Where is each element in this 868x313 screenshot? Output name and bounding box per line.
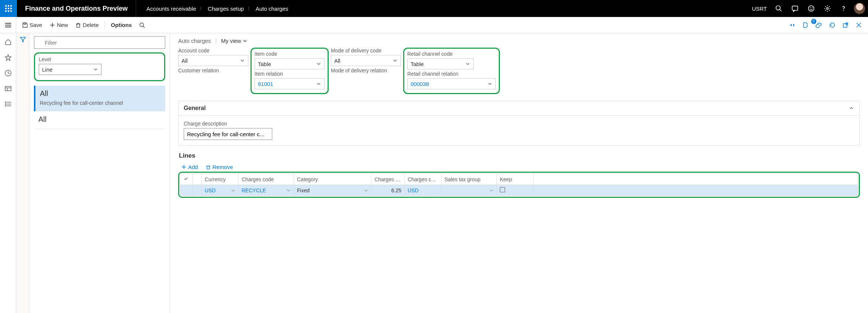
chevron-down-icon	[465, 61, 470, 66]
list-item-title: All	[38, 115, 161, 124]
item-relation-select[interactable]: 91001	[255, 78, 325, 89]
svg-rect-3	[5, 8, 7, 9]
customer-relation-value	[178, 75, 248, 86]
popout-button[interactable]	[840, 20, 851, 31]
charges-value-cell[interactable]: 6.25	[371, 185, 405, 196]
item-code-select[interactable]: Table	[255, 58, 325, 69]
keep-cell[interactable]	[497, 185, 534, 196]
feedback-button[interactable]	[804, 0, 819, 17]
paperclip-icon	[816, 22, 822, 28]
message-icon	[791, 5, 799, 12]
col-charges-value[interactable]: Charges v...	[371, 174, 405, 185]
add-line-button[interactable]: Add	[181, 164, 198, 170]
page-title: Auto charges	[178, 38, 211, 44]
category-cell[interactable]: Fixed	[294, 185, 371, 196]
user-avatar[interactable]	[854, 3, 865, 14]
customer-relation-label: Customer relation	[178, 68, 248, 73]
svg-rect-2	[10, 5, 12, 7]
delete-button[interactable]: Delete	[72, 20, 101, 30]
breadcrumb-item[interactable]: Accounts receivable	[146, 6, 196, 12]
select-all-header[interactable]	[180, 174, 193, 185]
list-item-title: All	[40, 89, 161, 98]
item-highlight: Item code Table Item relation 91001	[250, 48, 329, 94]
filter-pane-toggle[interactable]	[16, 33, 30, 313]
view-selector[interactable]: My view	[221, 38, 248, 44]
close-button[interactable]	[853, 20, 864, 31]
chevron-right-icon: 〉	[248, 6, 252, 12]
svg-point-39	[5, 102, 6, 103]
chevron-down-icon	[231, 188, 235, 193]
svg-line-27	[143, 26, 145, 28]
workspaces-button[interactable]	[4, 85, 12, 92]
settings-button[interactable]	[820, 0, 835, 17]
charges-code-cell[interactable]: RECYCLE	[239, 185, 294, 196]
nav-toggle-button[interactable]	[0, 17, 16, 33]
charge-desc-input[interactable]	[184, 128, 272, 140]
remove-line-button[interactable]: Remove	[205, 164, 233, 170]
filter-wrapper	[34, 36, 165, 49]
trash-icon	[75, 22, 81, 28]
level-select[interactable]: Line	[39, 64, 101, 75]
filter-input[interactable]	[34, 36, 165, 49]
home-icon	[4, 38, 12, 46]
view-label: My view	[221, 38, 241, 44]
company-code[interactable]: USRT	[749, 6, 770, 12]
delivery-code-select[interactable]: All	[331, 55, 401, 66]
waffle-icon	[5, 5, 12, 12]
list-item[interactable]: All Recycling fee for call-center channe…	[34, 86, 165, 111]
plus-icon	[181, 164, 187, 170]
form-header: Auto charges | My view	[178, 38, 860, 44]
col-charges-currency[interactable]: Charges c...	[405, 174, 442, 185]
connector-icon	[789, 22, 796, 28]
delete-label: Delete	[83, 22, 98, 28]
top-right-tools: USRT	[749, 0, 868, 17]
options-label: Options	[111, 22, 132, 28]
list-item[interactable]: All	[34, 111, 165, 129]
currency-cell[interactable]: USD	[202, 185, 239, 196]
breadcrumb-item[interactable]: Auto charges	[256, 6, 288, 12]
connector-button[interactable]	[787, 20, 798, 31]
svg-line-29	[845, 23, 848, 25]
row-select-cell[interactable]	[180, 185, 193, 196]
help-button[interactable]	[836, 0, 851, 17]
workspace-icon	[4, 85, 12, 92]
sales-tax-cell[interactable]	[442, 185, 497, 196]
general-header[interactable]: General	[179, 101, 860, 116]
table-row[interactable]: USD RECYCLE Fixed 6.25 USD	[180, 185, 858, 196]
save-button[interactable]: Save	[19, 20, 45, 30]
list-icon	[4, 100, 12, 108]
account-code-select[interactable]: All	[178, 55, 248, 66]
retail-highlight: Retail channel code Table Retail channel…	[403, 48, 500, 94]
options-button[interactable]: Options	[108, 20, 135, 30]
item-code-label: Item code	[255, 51, 325, 57]
find-button[interactable]	[136, 21, 148, 30]
office-button[interactable]	[800, 20, 811, 31]
home-button[interactable]	[4, 38, 12, 46]
svg-point-15	[827, 8, 829, 10]
chevron-down-icon	[487, 81, 492, 86]
svg-rect-4	[8, 8, 9, 9]
list-item-subtitle: Recycling fee for call-center channel	[40, 100, 161, 106]
attachments-button[interactable]: 0	[813, 20, 824, 31]
refresh-button[interactable]	[827, 20, 838, 31]
svg-point-16	[843, 10, 844, 11]
chevron-down-icon	[242, 38, 248, 44]
messages-button[interactable]	[788, 0, 802, 17]
office-icon	[802, 22, 809, 28]
modules-button[interactable]	[4, 100, 12, 108]
col-currency[interactable]: Currency	[202, 174, 239, 185]
recent-button[interactable]	[4, 69, 12, 77]
col-category[interactable]: Category	[294, 174, 371, 185]
search-icon	[139, 22, 145, 28]
search-button[interactable]	[771, 0, 786, 17]
breadcrumb-item[interactable]: Charges setup	[208, 6, 244, 12]
retail-relation-select[interactable]: 000038	[407, 78, 496, 89]
col-sales-tax[interactable]: Sales tax group	[442, 174, 497, 185]
favorites-button[interactable]	[4, 54, 12, 61]
new-button[interactable]: New	[46, 20, 71, 30]
app-launcher-button[interactable]	[0, 0, 17, 17]
col-charges-code[interactable]: Charges code	[239, 174, 294, 185]
charges-currency-cell[interactable]: USD	[405, 185, 442, 196]
retail-code-select[interactable]: Table	[407, 58, 474, 69]
col-keep[interactable]: Keep	[497, 174, 534, 185]
